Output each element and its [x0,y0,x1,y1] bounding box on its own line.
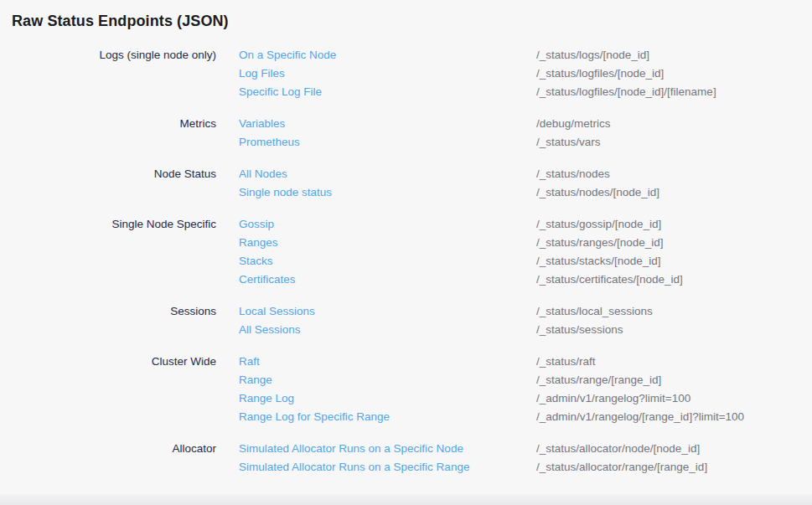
endpoint-group: Cluster Wide Raft /_status/raft Range /_… [0,353,812,426]
category-label: Metrics [0,115,216,152]
endpoint-link[interactable]: Variables [239,115,285,133]
endpoint-rows: Local Sessions /_status/local_sessions A… [239,302,812,339]
endpoint-rows: Simulated Allocator Runs on a Specific N… [239,440,812,477]
endpoint-group: Single Node Specific Gossip /_status/gos… [0,215,812,289]
endpoint-row: Single node status /_status/nodes/[node_… [239,183,812,202]
category-label: Cluster Wide [0,353,216,426]
endpoint-group: Metrics Variables /debug/metrics Prometh… [0,115,812,152]
raw-status-page: Raw Status Endpoints (JSON) Logs (single… [0,0,812,477]
category-label: Allocator [0,440,216,477]
endpoint-row: Certificates /_status/certificates/[node… [239,271,812,289]
endpoint-path: /_status/sessions [536,321,812,339]
endpoint-row: All Sessions /_status/sessions [239,321,812,339]
endpoint-rows: On a Specific Node /_status/logs/[node_i… [239,46,812,101]
endpoint-path: /_admin/v1/rangelog?limit=100 [536,389,812,408]
endpoint-row: Prometheus /_status/vars [239,133,812,152]
endpoint-group: Logs (single node only) On a Specific No… [0,46,812,101]
category-label: Logs (single node only) [0,46,216,101]
category-label: Sessions [0,302,216,339]
endpoint-path: /_status/logfiles/[node_id]/[filename] [536,83,812,101]
endpoint-path: /_status/gossip/[node_id] [536,215,812,234]
endpoint-rows: Variables /debug/metrics Prometheus /_st… [239,115,812,152]
endpoint-path: /_status/certificates/[node_id] [536,271,812,289]
endpoint-link[interactable]: Simulated Allocator Runs on a Specific N… [239,440,463,458]
endpoint-link[interactable]: Raft [239,353,260,371]
endpoint-row: Range Log /_admin/v1/rangelog?limit=100 [239,389,812,408]
endpoint-link[interactable]: On a Specific Node [239,46,336,64]
endpoint-path: /_status/vars [536,133,812,152]
endpoint-path: /_admin/v1/rangelog/[range_id]?limit=100 [536,408,812,426]
endpoint-row: Variables /debug/metrics [239,115,812,133]
endpoint-row: Local Sessions /_status/local_sessions [239,302,812,321]
page-title: Raw Status Endpoints (JSON) [12,0,812,31]
endpoint-rows: All Nodes /_status/nodes Single node sta… [239,165,812,202]
endpoint-path: /_status/logfiles/[node_id] [536,64,812,83]
endpoint-link[interactable]: Ranges [239,234,278,252]
endpoint-row: Specific Log File /_status/logfiles/[nod… [239,83,812,101]
endpoint-link[interactable]: Local Sessions [239,302,315,321]
endpoint-row: Range Log for Specific Range /_admin/v1/… [239,408,812,426]
endpoint-link[interactable]: All Sessions [239,321,301,339]
endpoint-row: Log Files /_status/logfiles/[node_id] [239,64,812,83]
endpoint-group: Node Status All Nodes /_status/nodes Sin… [0,165,812,202]
category-label: Single Node Specific [0,215,216,289]
endpoint-rows: Raft /_status/raft Range /_status/range/… [239,353,812,426]
endpoint-link[interactable]: All Nodes [239,165,287,183]
endpoint-link[interactable]: Specific Log File [239,83,322,101]
endpoint-row: Gossip /_status/gossip/[node_id] [239,215,812,234]
endpoint-link[interactable]: Stacks [239,252,273,271]
endpoint-path: /_status/nodes [536,165,812,183]
endpoint-link[interactable]: Certificates [239,271,296,289]
endpoint-link[interactable]: Gossip [239,215,274,234]
bottom-strip [0,494,812,505]
endpoint-link[interactable]: Log Files [239,64,285,83]
endpoint-link[interactable]: Range [239,371,272,389]
endpoint-row: Range /_status/range/[range_id] [239,371,812,389]
endpoint-path: /_status/nodes/[node_id] [536,183,812,202]
endpoint-path: /_status/local_sessions [536,302,812,321]
endpoint-row: Stacks /_status/stacks/[node_id] [239,252,812,271]
endpoint-path: /_status/allocator/range/[range_id] [536,458,812,477]
endpoint-path: /_status/logs/[node_id] [536,46,812,64]
endpoint-link[interactable]: Single node status [239,183,332,202]
endpoint-path: /_status/allocator/node/[node_id] [536,440,812,458]
endpoint-row: Simulated Allocator Runs on a Specific R… [239,458,812,477]
endpoint-row: On a Specific Node /_status/logs/[node_i… [239,46,812,64]
endpoint-link[interactable]: Simulated Allocator Runs on a Specific R… [239,458,469,477]
endpoint-path: /_status/ranges/[node_id] [536,234,812,252]
endpoint-path: /_status/range/[range_id] [536,371,812,389]
endpoint-row: Simulated Allocator Runs on a Specific N… [239,440,812,458]
endpoint-link[interactable]: Prometheus [239,133,300,152]
endpoint-link[interactable]: Range Log for Specific Range [239,408,390,426]
endpoint-path: /_status/stacks/[node_id] [536,252,812,271]
endpoint-sections: Logs (single node only) On a Specific No… [0,46,812,477]
endpoint-rows: Gossip /_status/gossip/[node_id] Ranges … [239,215,812,289]
endpoint-path: /debug/metrics [536,115,812,133]
category-label: Node Status [0,165,216,202]
endpoint-row: All Nodes /_status/nodes [239,165,812,183]
endpoint-path: /_status/raft [536,353,812,371]
endpoint-row: Raft /_status/raft [239,353,812,371]
endpoint-group: Allocator Simulated Allocator Runs on a … [0,440,812,477]
endpoint-row: Ranges /_status/ranges/[node_id] [239,234,812,252]
endpoint-group: Sessions Local Sessions /_status/local_s… [0,302,812,339]
endpoint-link[interactable]: Range Log [239,389,294,408]
